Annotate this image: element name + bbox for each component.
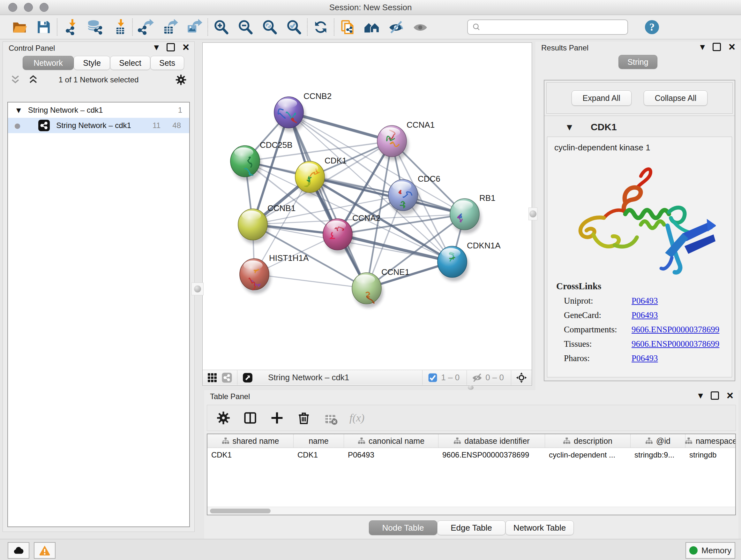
column-header-database-identifier[interactable]: database identifier xyxy=(439,434,545,448)
gene-name: CDK1 xyxy=(591,122,617,132)
entry-collapse-icon[interactable]: ▼ xyxy=(567,123,572,131)
table-horizontal-scrollbar[interactable] xyxy=(207,507,735,515)
zoom-selected-icon[interactable] xyxy=(285,18,302,36)
panel-close-icon[interactable]: × xyxy=(729,44,735,50)
node-label-CCNB1: CCNB1 xyxy=(267,203,295,213)
crosslink-link[interactable]: P06493 xyxy=(631,310,658,320)
export-table-icon[interactable] xyxy=(161,18,179,36)
export-image-icon[interactable] xyxy=(186,18,203,36)
table-toolbar: f(x) xyxy=(207,405,736,431)
apply-layout-icon[interactable] xyxy=(312,18,329,36)
crosslink-link[interactable]: P06493 xyxy=(631,354,658,363)
network-collection-label: String Network – cdk1 xyxy=(28,106,103,115)
tab-style[interactable]: Style xyxy=(74,56,110,70)
column-header-canonical-name[interactable]: canonical name xyxy=(344,434,439,448)
warning-status-icon[interactable] xyxy=(34,542,56,559)
table-panel-header: Table Panel ▼ × xyxy=(204,390,738,403)
import-network-database-icon[interactable] xyxy=(86,18,104,36)
column-header-description[interactable]: description xyxy=(545,434,630,448)
save-session-icon[interactable] xyxy=(35,18,52,36)
expand-all-button[interactable]: Expand All xyxy=(571,90,631,106)
birds-eye-view-icon[interactable] xyxy=(242,372,253,383)
column-type-icon xyxy=(358,437,365,445)
export-network-icon[interactable] xyxy=(137,18,154,36)
network-selection-status: 1 of 1 Network selected xyxy=(3,75,194,84)
tab-edge-table[interactable]: Edge Table xyxy=(437,520,506,535)
crosslink-link[interactable]: 9606.ENSP00000378699 xyxy=(631,325,719,334)
crosslink-label: Tissues: xyxy=(564,339,631,349)
crosslink-link[interactable]: 9606.ENSP00000378699 xyxy=(631,339,719,349)
grid-view-icon[interactable] xyxy=(206,372,218,383)
table-cell[interactable]: P06493 xyxy=(344,448,439,462)
scrollbar-thumb[interactable] xyxy=(210,509,271,513)
divider-handle[interactable] xyxy=(192,283,204,295)
cloud-status-icon[interactable] xyxy=(8,542,29,559)
import-network-icon[interactable] xyxy=(62,18,79,36)
tab-sets[interactable]: Sets xyxy=(150,56,184,70)
hide-selected-icon[interactable] xyxy=(387,18,405,36)
panel-float-icon[interactable] xyxy=(166,43,175,51)
tab-network-table[interactable]: Network Table xyxy=(506,520,574,535)
tab-network[interactable]: Network xyxy=(23,56,74,70)
toolbar-separator xyxy=(307,18,308,36)
panel-float-icon[interactable] xyxy=(713,43,721,51)
toolbar-separator xyxy=(57,18,57,36)
collapse-all-button[interactable]: Collapse All xyxy=(644,90,708,106)
pan-crosshair-icon[interactable] xyxy=(516,372,527,383)
zoom-in-icon[interactable] xyxy=(212,18,230,36)
zoom-fit-icon[interactable] xyxy=(261,18,278,36)
table-row[interactable]: CDK1CDK1P064939606.ENSP00000378699cyclin… xyxy=(207,448,735,462)
table-type-tabs: Node TableEdge TableNetwork Table xyxy=(204,520,738,535)
open-session-icon[interactable] xyxy=(11,18,28,36)
hidden-eye-icon[interactable] xyxy=(471,372,483,383)
divider-handle[interactable] xyxy=(529,207,537,220)
table-cell[interactable]: stringdb:9... xyxy=(630,448,685,462)
tab-select[interactable]: Select xyxy=(110,56,150,70)
tab-node-table[interactable]: Node Table xyxy=(369,520,437,535)
panel-menu-icon[interactable]: ▼ xyxy=(154,44,159,51)
delete-column-icon[interactable] xyxy=(296,411,311,425)
panel-menu-icon[interactable]: ▼ xyxy=(698,392,703,399)
table-cell[interactable]: cyclin-dependent ... xyxy=(545,448,630,462)
network-options-gear-icon[interactable] xyxy=(175,74,187,85)
panel-close-icon[interactable]: × xyxy=(727,392,733,399)
tree-expand-icon[interactable]: ▼ xyxy=(16,107,21,114)
network-tree-root-row[interactable]: ▼ String Network – cdk1 1 xyxy=(8,103,189,118)
help-icon[interactable]: ? xyxy=(643,18,661,36)
first-neighbors-icon[interactable] xyxy=(363,18,381,36)
table-cell[interactable]: 9606.ENSP00000378699 xyxy=(439,448,545,462)
crosslink-link[interactable]: P06493 xyxy=(631,296,658,306)
table-cell[interactable]: CDK1 xyxy=(293,448,344,462)
application-window: Session: New Session ? Con xyxy=(0,0,741,560)
table-settings-gear-icon[interactable] xyxy=(216,411,231,425)
table-cell[interactable]: stringdb xyxy=(685,448,736,462)
tab-string[interactable]: String xyxy=(618,55,657,69)
search-input[interactable] xyxy=(481,21,627,33)
network-item-label: String Network – cdk1 xyxy=(56,121,131,130)
table-header-row: shared namenamecanonical namedatabase id… xyxy=(207,434,735,448)
column-header--id[interactable]: @id xyxy=(630,434,685,448)
column-type-icon xyxy=(454,437,461,445)
zoom-out-icon[interactable] xyxy=(237,18,254,36)
column-header-namespace[interactable]: namespace xyxy=(685,434,736,448)
network-tree-item-row[interactable]: ● String Network – cdk1 11 48 xyxy=(8,118,189,133)
show-columns-icon[interactable] xyxy=(243,411,258,425)
memory-button[interactable]: Memory xyxy=(685,542,735,559)
column-header-name[interactable]: name xyxy=(293,434,344,448)
panel-menu-icon[interactable]: ▼ xyxy=(700,43,705,51)
divider-handle[interactable] xyxy=(464,385,477,390)
gene-entry-header[interactable]: ▼ CDK1 xyxy=(544,116,735,138)
column-header-shared-name[interactable]: shared name xyxy=(207,434,293,448)
table-cell[interactable]: CDK1 xyxy=(207,448,293,462)
network-canvas[interactable]: CCNB2CCNA1CDC25BCDK1CDC6RB1CCNB1CCNA2CDK… xyxy=(203,43,531,370)
gene-entry-body: cyclin-dependent kinase 1 xyxy=(547,137,732,377)
node-label-CCNA2: CCNA2 xyxy=(352,213,381,223)
copy-network-icon[interactable] xyxy=(339,18,356,36)
panel-close-icon[interactable]: × xyxy=(183,44,189,51)
panel-float-icon[interactable] xyxy=(711,391,719,400)
show-all-icon xyxy=(412,18,429,36)
import-table-icon[interactable] xyxy=(111,18,128,36)
selected-checkbox-icon[interactable] xyxy=(427,372,439,383)
column-type-icon xyxy=(563,437,570,445)
add-column-icon[interactable] xyxy=(270,411,284,425)
